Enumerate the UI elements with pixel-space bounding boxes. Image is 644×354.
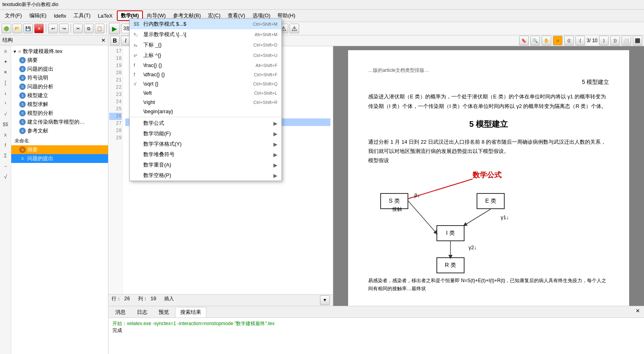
tree-item-problem2[interactable]: S 问题的提出: [11, 154, 108, 163]
menu-tools[interactable]: 工具(T): [70, 11, 94, 20]
tree-item-analysis[interactable]: S 问题的分析: [11, 82, 108, 91]
line-num-28: 28: [109, 127, 122, 134]
tree-label-abstract2: 摘要: [27, 146, 38, 153]
toolbar-color3[interactable]: [210, 24, 220, 33]
menu-wizard[interactable]: 向导(W): [144, 11, 169, 20]
preview-prev2[interactable]: ⟨: [575, 36, 585, 45]
sidebar-icon-superscript[interactable]: ¹: [1, 99, 10, 108]
preview-search[interactable]: 🔍: [530, 36, 540, 45]
tree-item-abstract1[interactable]: S 摘要: [11, 56, 108, 65]
sidebar-icon-subscript[interactable]: ₁: [1, 89, 10, 98]
preview-page: …版的article文档类型排版… 5 模型建立 感染进入潜伏期（E 类）的概率…: [348, 50, 629, 306]
menu-help[interactable]: 帮助(H): [274, 11, 298, 20]
preview-hand[interactable]: ✋: [542, 36, 551, 45]
menu-latex[interactable]: LaTeX: [95, 12, 116, 20]
toolbar-undo[interactable]: ↩: [48, 24, 58, 33]
toolbar-save[interactable]: 💾: [23, 24, 33, 33]
toolbar-paste[interactable]: 📋: [95, 24, 104, 33]
sidebar-icon-fx[interactable]: f: [1, 141, 10, 150]
toolbar-color6[interactable]: [243, 24, 253, 33]
code-line-21: [125, 79, 330, 87]
tab-log[interactable]: 日志: [132, 307, 153, 317]
sidebar-icon-sqrt2[interactable]: √: [1, 172, 10, 181]
toolbar-color1[interactable]: [189, 24, 198, 33]
toolbar-tag-dropdown[interactable]: 标签 ▼: [144, 24, 163, 33]
sidebar-icon-x2[interactable]: x: [1, 130, 10, 139]
toolbar-open[interactable]: 📂: [12, 24, 22, 33]
sidebar-icon-star[interactable]: ✦: [1, 57, 10, 66]
toolbar-warn2[interactable]: ⚠: [289, 24, 299, 33]
tab-preview[interactable]: 预览: [153, 307, 174, 317]
tree-item-model-solve[interactable]: S 模型求解: [11, 100, 108, 109]
tree-item-abstract2[interactable]: S 摘要: [11, 145, 108, 154]
preview-zoom-out[interactable]: ○: [553, 36, 562, 45]
preview-next2[interactable]: ⟩⟩: [610, 36, 620, 45]
toolbar-color8[interactable]: [265, 24, 274, 33]
tree-item-model-build[interactable]: S 模型建立: [11, 91, 108, 100]
edit-toolbar-bold[interactable]: B: [110, 36, 120, 45]
toolbar-color2[interactable]: [200, 24, 209, 33]
tree-item-epidemic[interactable]: S 建立传染病数学模型的…: [11, 118, 108, 126]
sidebar-icon-sigma[interactable]: Σ: [1, 151, 10, 160]
tree-item-references[interactable]: S 参考文献: [11, 126, 108, 135]
toolbar-warn1[interactable]: ⚠: [279, 24, 288, 33]
main-layout: 结构 ✕ ≡ ✦ × [ ₁ ¹ √ $$ x f Σ → √: [0, 35, 644, 354]
statusbar-col: 列： 10: [138, 295, 157, 305]
toolbar-new[interactable]: 🟢: [2, 24, 11, 33]
code-statusbar: 行： 26 列： 10 插入 ▼: [108, 294, 333, 306]
preview-prev[interactable]: ⟨⟨: [564, 36, 574, 45]
svg-line-2: [465, 209, 491, 225]
unnamed-section-label: 未命名: [11, 137, 108, 145]
tree-item-model-analysis[interactable]: S 模型的分析: [11, 109, 108, 118]
tree-item-root[interactable]: ▼ ≡ 数学建模最终.tex: [11, 47, 108, 56]
diagram-container: 数学公式: [368, 169, 609, 273]
code-content[interactable]: \section{问题的提出} \includegraphics{1.png} …: [123, 46, 333, 294]
toolbar-redo[interactable]: ↪: [59, 24, 69, 33]
preview-next[interactable]: ⟩: [599, 36, 609, 45]
toolbar-size-dropdown[interactable]: 极小 ▼: [165, 24, 184, 33]
menu-math[interactable]: 数学(M): [117, 10, 143, 21]
line-num-24: 24: [109, 98, 122, 106]
tree-item-problem[interactable]: S 问题的提出: [11, 65, 108, 73]
sidebar-icon-bracket[interactable]: [: [1, 78, 10, 87]
bottom-close-btn[interactable]: ✕: [633, 307, 642, 317]
preview-bookmark[interactable]: 🔖: [519, 36, 529, 45]
menu-bibliography[interactable]: 参考文献(B): [170, 11, 204, 20]
toolbar-section-dropdown[interactable]: 3 部分 ▼: [121, 24, 143, 33]
toolbar-close[interactable]: ✕: [34, 24, 44, 33]
code-lines: 17 18 19 20 21 22 23 24 25 26 27 28 29: [108, 46, 333, 294]
preview-zoom-fit[interactable]: ⬜: [622, 36, 631, 45]
tab-messages[interactable]: 消息: [110, 307, 131, 317]
menu-edit[interactable]: 编辑(E): [26, 11, 50, 20]
sidebar-icon-expand[interactable]: ≡: [1, 47, 10, 56]
toolbar-cut[interactable]: ✂: [73, 24, 83, 33]
toolbar-color7[interactable]: [254, 24, 263, 33]
preview-zoom-fit2[interactable]: ⬛: [633, 36, 642, 45]
tree-item-symbol[interactable]: S 符号说明: [11, 73, 108, 82]
edit-toolbar-left-align[interactable]: ≡: [146, 36, 155, 45]
sidebar-icon-sqrt[interactable]: √: [1, 110, 10, 118]
menu-file[interactable]: 文件(F): [2, 11, 25, 20]
tree-root-label: 数学建模最终.tex: [23, 48, 63, 55]
toolbar-compile[interactable]: ▶: [109, 23, 120, 34]
diagram-box-i: I 类: [436, 225, 465, 241]
sidebar-icon-dollar[interactable]: $$: [1, 120, 10, 129]
toolbar-color5[interactable]: [232, 24, 242, 33]
tree-s-icon-analysis: S: [19, 83, 26, 90]
toolbar-copy[interactable]: ⧉: [84, 24, 94, 33]
menu-view[interactable]: 查看(V): [224, 11, 248, 20]
edit-toolbar-underline[interactable]: U: [132, 36, 141, 45]
menu-options[interactable]: 选项(O): [249, 11, 274, 20]
tab-search[interactable]: 搜索结果: [175, 307, 206, 317]
tree-file-icon: ≡: [18, 49, 21, 55]
statusbar-scroll-btn[interactable]: ▼: [320, 295, 330, 305]
menu-idefix[interactable]: Idefix: [51, 12, 69, 20]
line-num-22: 22: [109, 84, 122, 91]
sidebar-close-btn[interactable]: ✕: [101, 37, 106, 43]
toolbar-color4[interactable]: [221, 24, 231, 33]
code-line-25: $\beta$, $\gamma1,$\gamma$: [125, 110, 330, 118]
menu-macro[interactable]: 宏(C): [205, 11, 224, 20]
sidebar-icon-arrow[interactable]: →: [1, 162, 10, 171]
sidebar-icon-x[interactable]: ×: [1, 68, 10, 77]
edit-toolbar-italic[interactable]: I: [121, 36, 130, 45]
